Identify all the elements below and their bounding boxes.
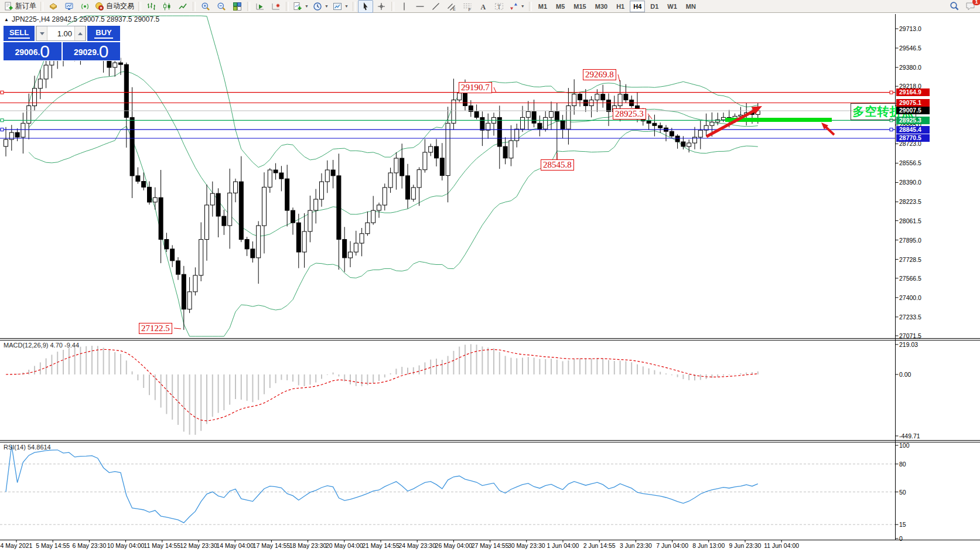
search-button[interactable] — [947, 0, 962, 13]
auto-scroll-button[interactable] — [252, 0, 268, 13]
cursor-icon — [361, 2, 370, 11]
bar-chart-icon — [146, 2, 156, 11]
candle-body-bear — [463, 93, 467, 106]
search-icon — [950, 1, 959, 11]
label-tool-button[interactable]: T — [491, 0, 507, 13]
notification-badge: 1 — [972, 0, 980, 5]
auto-trading-button[interactable]: 自动交易 — [93, 0, 136, 13]
zoom-in-button[interactable] — [198, 0, 213, 13]
time-axis-label: 9 Jun 23:30 — [729, 542, 762, 549]
price-annotation-label[interactable]: 29190.7 — [459, 82, 492, 93]
candle-body-bull — [544, 117, 548, 129]
market-watch-button[interactable] — [62, 0, 77, 13]
label-icon: T — [494, 2, 504, 11]
candle-body-bear — [435, 146, 439, 158]
candle-body-bull — [486, 123, 490, 130]
new-order-button[interactable]: 新订单 — [2, 0, 38, 13]
cursor-tool-button[interactable] — [358, 0, 373, 13]
buy-button[interactable]: BUY — [87, 26, 120, 41]
price-annotation-label[interactable]: 29269.8 — [583, 69, 616, 80]
history-button[interactable] — [46, 0, 61, 13]
timeframe-d1-button[interactable]: D1 — [647, 1, 662, 12]
trendline-icon — [431, 2, 441, 11]
sell-price-button[interactable]: 29006.0 — [4, 42, 62, 60]
candle-body-bull — [549, 111, 554, 117]
timeframe-m5-button[interactable]: M5 — [552, 1, 568, 12]
timeframe-m30-button[interactable]: M30 — [592, 1, 611, 12]
templates-button[interactable]: ▼ — [331, 0, 350, 13]
fibonacci-tool-button[interactable]: F — [460, 0, 475, 13]
candle-body-bear — [176, 261, 180, 274]
candle-body-bear — [222, 216, 226, 226]
candlestick-chart-button[interactable] — [159, 0, 175, 13]
line-chart-button[interactable] — [175, 0, 190, 13]
time-axis-label: 24 May 23:30 — [398, 542, 436, 549]
timeframe-h4-button[interactable]: H4 — [630, 1, 645, 12]
volume-increase-button[interactable] — [74, 26, 86, 40]
candle-body-bull — [210, 193, 214, 205]
time-axis-label: 10 May 04:00 — [107, 542, 145, 549]
candle-body-bear — [136, 176, 140, 182]
candlestick-chart-icon — [162, 2, 172, 11]
chat-button[interactable]: 1 — [962, 0, 978, 13]
collapse-trade-panel-icon[interactable]: ▲ — [4, 17, 9, 22]
sell-price-big-digit: 0 — [40, 43, 50, 60]
auto-trading-button-label: 自动交易 — [106, 1, 134, 11]
sell-button-label: SELL — [8, 28, 30, 39]
timeframe-h1-button[interactable]: H1 — [613, 1, 628, 12]
line-handle — [890, 91, 893, 94]
candle-body-bull — [457, 93, 462, 100]
channel-tool-button[interactable]: E — [444, 0, 459, 13]
price-axis-badge: 29075.1 — [896, 99, 930, 107]
candle-body-bear — [624, 94, 628, 100]
candle-body-bull — [417, 170, 421, 188]
trendline-tool-button[interactable] — [428, 0, 443, 13]
rsi-indicator-label: RSI(14) 54.8614 — [4, 444, 51, 451]
macd-signal-line — [6, 349, 758, 421]
sell-button[interactable]: SELL — [4, 26, 35, 41]
price-axis-tick-label: 28061.5 — [899, 217, 921, 224]
time-axis-label: 12 May 23:30 — [180, 542, 217, 549]
bar-chart-button[interactable] — [144, 0, 159, 13]
candle-body-bear — [331, 170, 335, 176]
buy-button-label: BUY — [94, 28, 112, 39]
fibonacci-icon: F — [463, 2, 472, 11]
text-tool-button[interactable]: A — [476, 0, 491, 13]
zoom-out-button[interactable] — [214, 0, 229, 13]
buy-price-button[interactable]: 29029.0 — [63, 42, 121, 60]
timeframe-w1-button[interactable]: W1 — [664, 1, 681, 12]
buy-price-big-digit: 0 — [99, 43, 109, 60]
candle-body-bull — [429, 146, 433, 152]
horizontal-line-tool-button[interactable] — [412, 0, 428, 13]
timeframe-m1-button[interactable]: M1 — [535, 1, 551, 12]
new-chart-button[interactable]: ▼ — [291, 0, 310, 13]
timeframe-m15-button[interactable]: M15 — [570, 1, 589, 12]
candle-body-bull — [526, 111, 530, 117]
symbol-ohlc-text: JPN225-,H4 28942.5 29007.5 28937.5 29007… — [12, 15, 159, 23]
arrows-tool-button[interactable]: ▼ — [507, 0, 527, 13]
signals-icon — [80, 2, 90, 11]
volume-decrease-button[interactable] — [36, 26, 47, 40]
price-annotation-label[interactable]: 28925.3 — [613, 108, 646, 120]
macd-axis-tick-label: -449.71 — [899, 432, 920, 439]
bollinger-band-up — [29, 16, 758, 168]
crosshair-tool-button[interactable] — [374, 0, 389, 13]
vertical-line-tool-button[interactable] — [397, 0, 412, 13]
svg-text:T: T — [497, 4, 501, 9]
tile-windows-button[interactable] — [230, 0, 245, 13]
signals-button[interactable] — [77, 0, 93, 13]
price-axis-badge: 28770.5 — [896, 134, 930, 142]
volume-input[interactable]: 1.00 — [47, 26, 74, 40]
toolbar-separator — [529, 2, 532, 11]
text-icon: A — [479, 2, 488, 11]
price-annotation-label[interactable]: 27122.5 — [139, 323, 172, 334]
price-axis-badge: 29007.5 — [896, 107, 930, 114]
volume-stepper: 1.00 — [36, 26, 86, 41]
price-annotation-label[interactable]: 28545.8 — [541, 159, 574, 171]
chart-shift-button[interactable] — [268, 0, 284, 13]
line-handle — [890, 128, 893, 131]
period-button[interactable]: ▼ — [311, 0, 330, 13]
timeframe-mn-button[interactable]: MN — [682, 1, 699, 12]
candle-body-bear — [647, 121, 651, 123]
candle-body-bear — [675, 136, 679, 142]
